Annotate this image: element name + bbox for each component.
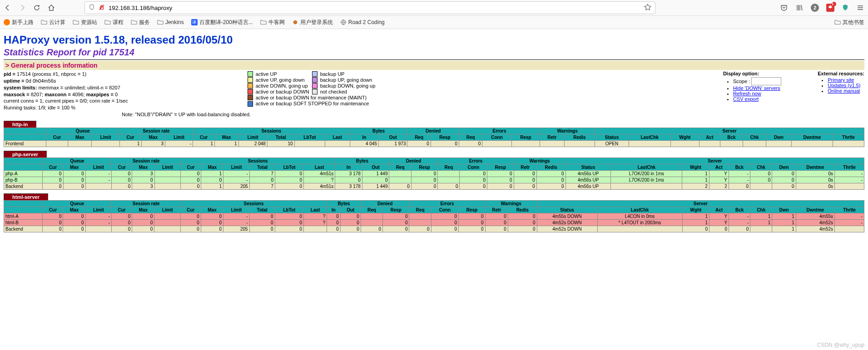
nav-home-icon[interactable] — [47, 4, 55, 12]
cell: 0 — [485, 226, 508, 232]
col-header: Limit — [85, 207, 111, 213]
cell: 0 — [112, 171, 132, 177]
table-row: html-A00-0000-00?00000004m55s DOWNL4CON … — [4, 213, 864, 220]
table-title[interactable]: http-in — [4, 121, 36, 128]
cell — [409, 220, 431, 226]
col-group: Server — [595, 128, 864, 134]
cell — [540, 141, 564, 147]
cell: 0 — [249, 220, 275, 226]
link-refresh[interactable]: Refresh now — [733, 91, 761, 96]
bookmark-7[interactable]: 牛客网 — [260, 19, 285, 26]
col-header: Resp — [411, 164, 438, 171]
url-bar[interactable]: 192.168.31.186/haproxy — [84, 1, 655, 14]
cell: 0 — [382, 226, 409, 232]
cell: 0 — [132, 220, 154, 226]
col-header: Retr — [485, 207, 508, 213]
cell: 0 — [487, 183, 514, 190]
link-manual[interactable]: Online manual — [828, 88, 860, 94]
bookmark-9[interactable]: Road 2 Coding — [340, 19, 385, 25]
col-header: LastChk — [629, 134, 670, 141]
col-group: Session rate — [112, 158, 181, 164]
col-header: Redis — [564, 134, 595, 141]
table-title[interactable]: php-server — [4, 151, 47, 158]
link-csv[interactable]: CSV export — [733, 96, 759, 102]
col-header: Dwntme — [791, 134, 833, 141]
browser-toolbar: 192.168.31.186/haproxy 2 1 — [0, 0, 868, 16]
col-group — [4, 128, 46, 134]
col-header: Limit — [238, 134, 267, 141]
bookmark-5[interactable]: Jenkins — [157, 19, 184, 25]
cell — [750, 183, 772, 190]
bookmark-2[interactable]: 资源站 — [73, 19, 97, 26]
bookmark-6[interactable]: 译百度翻译-200种语言... — [191, 19, 253, 26]
table-title[interactable]: html-server — [4, 193, 48, 200]
col-header: Limit — [154, 164, 180, 171]
col-header: Bck — [720, 134, 743, 141]
cell: 0 — [514, 177, 536, 183]
col-header: Max — [201, 164, 223, 171]
col-header: Resp — [431, 134, 459, 141]
cell: 0 — [431, 226, 459, 232]
cell: 4 045 — [350, 141, 378, 147]
col-header: In — [335, 164, 362, 171]
col-header: LastChk — [611, 164, 682, 171]
cow-icon — [292, 19, 298, 25]
account-badge[interactable]: 2 — [811, 4, 819, 12]
extension-badge[interactable]: 1 — [826, 4, 834, 12]
col-header: LbTot — [275, 164, 304, 171]
link-updates[interactable]: Updates (v1.5) — [828, 83, 860, 88]
cell — [361, 220, 382, 226]
cell: 205 — [223, 183, 249, 190]
cell: html-A — [4, 213, 43, 220]
link-hide-down[interactable]: Hide 'DOWN' servers — [733, 85, 780, 91]
nav-forward-icon[interactable] — [18, 4, 26, 12]
cell — [597, 226, 682, 232]
col-header: Max — [132, 164, 154, 171]
legend-note: Note: "NOLB"/"DRAIN" = UP with load-bala… — [122, 112, 864, 117]
scope-input[interactable] — [751, 77, 781, 85]
cell — [92, 141, 119, 147]
pocket-icon[interactable] — [780, 4, 788, 12]
link-primary[interactable]: Primary site — [828, 77, 854, 83]
menu-icon[interactable] — [856, 4, 864, 12]
cell: - — [223, 220, 249, 226]
cell: 0 — [327, 220, 341, 226]
cell: 0 — [180, 226, 201, 232]
table-row: Backend000301205704m51s3 1781 4490000000… — [4, 183, 864, 190]
bookmark-8[interactable]: 用户登录系统 — [292, 19, 333, 26]
bookmark-4[interactable]: 服务 — [131, 19, 150, 26]
page-title: HAProxy version 1.5.18, released 2016/05… — [4, 34, 864, 46]
other-bookmarks[interactable]: 其他书签 — [834, 19, 864, 26]
cell — [720, 141, 743, 147]
cell — [766, 141, 792, 147]
cell: - — [85, 213, 111, 220]
protection-icon[interactable] — [842, 4, 849, 11]
cell: 0 — [729, 183, 750, 190]
cell: 1 — [772, 213, 796, 220]
col-header: Max — [63, 164, 85, 171]
cell: 0 — [438, 183, 460, 190]
nav-reload-icon[interactable] — [33, 4, 41, 12]
col-header: Redis — [536, 164, 565, 171]
col-group: Sessions — [180, 201, 327, 207]
cell: 0 — [112, 220, 132, 226]
col-group: Server — [537, 201, 864, 207]
col-header: Cur — [181, 164, 201, 171]
col-header: Retr — [540, 134, 564, 141]
cell — [835, 183, 864, 190]
cell: 1 — [215, 141, 238, 147]
nav-back-icon[interactable] — [4, 4, 12, 12]
cell: 0 — [112, 226, 132, 232]
col-header: Dwntme — [796, 207, 834, 213]
bookmark-0[interactable]: 新手上路 — [4, 19, 34, 26]
bookmark-1[interactable]: 云计算 — [41, 19, 65, 26]
cell — [511, 141, 540, 147]
col-header: Max — [201, 207, 223, 213]
cell: Y — [709, 213, 729, 220]
col-header: Cur — [112, 164, 132, 171]
col-group: Errors — [438, 158, 514, 164]
star-icon[interactable] — [644, 4, 651, 12]
cell: 1 — [193, 141, 215, 147]
bookmark-3[interactable]: 课程 — [104, 19, 124, 26]
library-icon[interactable] — [795, 4, 804, 12]
